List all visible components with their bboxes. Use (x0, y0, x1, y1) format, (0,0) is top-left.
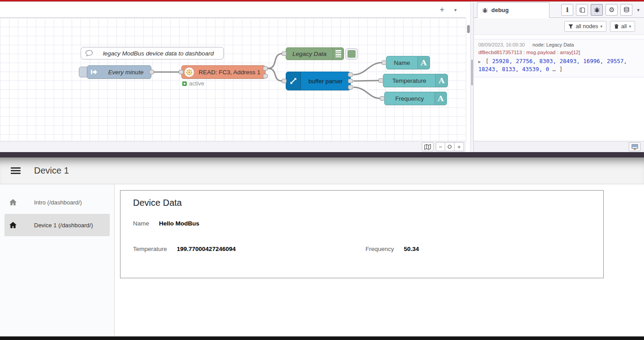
inject-icon (87, 66, 101, 78)
scrollbar-thumb[interactable] (467, 25, 470, 33)
text-node-temperature[interactable]: Temperature A (383, 74, 448, 87)
modbus-input-port[interactable] (179, 70, 184, 74)
text-frequency-input-port[interactable] (380, 96, 385, 101)
bug-icon (594, 7, 600, 13)
parser-output-port-2[interactable] (348, 79, 353, 83)
debug-input-port[interactable] (282, 51, 287, 56)
debug-message-meta: 08/09/2023, 16:09:30 node: Legacy Data (478, 42, 640, 47)
help-tab-button[interactable] (576, 4, 588, 16)
parser-output-port-1[interactable] (348, 72, 353, 77)
bug-icon (482, 7, 488, 13)
text-widget-icon: A (434, 92, 447, 105)
message-source-node[interactable]: node: Legacy Data (532, 42, 574, 47)
text-node-name-label: Name (386, 60, 417, 66)
message-timestamp: 08/09/2023, 16:09:30 (478, 42, 525, 47)
debug-enable-toggle[interactable] (345, 48, 358, 60)
zoom-out-button[interactable]: − (436, 142, 445, 151)
debug-sidebar: debug i ⚙ ▾ a (474, 2, 644, 152)
payload-close-bracket: ] (559, 66, 563, 72)
sidebar-tab-bar: debug i ⚙ ▾ (474, 2, 644, 18)
field-temperature: Temperature 199.77000427246094 (133, 246, 236, 252)
filter-label: all nodes (575, 23, 598, 30)
flow-tab-bar: + ▾ (0, 2, 466, 18)
parser-input-port[interactable] (282, 79, 287, 83)
gear-icon: ⚙ (609, 6, 614, 14)
debug-tab-button[interactable] (591, 4, 603, 16)
text-widget-icon: A (417, 56, 429, 69)
config-nodes-button[interactable]: ⚙ (605, 4, 618, 16)
book-icon (579, 7, 585, 13)
debug-tab[interactable]: debug (477, 2, 550, 18)
zoom-reset-button[interactable] (445, 142, 455, 151)
add-flow-button[interactable]: + (435, 4, 449, 15)
modbus-node-status: active (182, 80, 204, 87)
field-value: Hello ModBus (159, 220, 199, 227)
workspace-scrollbar[interactable] (466, 18, 470, 141)
dashboard-body: Intro (/dashboard/) Device 1 (/dashboard… (0, 184, 644, 336)
context-data-button[interactable] (620, 4, 632, 16)
zoom-in-button[interactable]: + (455, 142, 464, 151)
modbus-node-label: READ: FC3, Address 1 (194, 69, 265, 76)
field-value: 50.34 (404, 246, 419, 252)
zoom-controls: − + (436, 142, 464, 151)
message-payload: ▶ [ 25928, 27756, 8303, 28493, 16996, 29… (478, 57, 640, 73)
text-temperature-input-port[interactable] (378, 78, 383, 83)
sidebar-grip[interactable] (471, 60, 473, 85)
text-node-name[interactable]: Name A (386, 56, 430, 69)
bottom-edge-bar (0, 336, 644, 340)
debug-filter-button[interactable]: all nodes ▾ (564, 21, 606, 32)
buffer-parser-label: buffer parser (301, 78, 350, 85)
open-in-window-button[interactable] (629, 142, 640, 151)
sidebar-item-label: Intro (/dashboard/) (34, 199, 82, 206)
sidebar-resize-handle[interactable] (470, 2, 474, 152)
editor-header-strip (0, 0, 644, 2)
flow-list-chevron-icon[interactable]: ▾ (449, 4, 462, 15)
menu-hamburger-icon[interactable] (11, 167, 21, 174)
modbus-output-port-1[interactable] (263, 66, 268, 71)
buffer-parser-node[interactable]: buffer parser (286, 72, 351, 90)
inject-output-port[interactable] (149, 70, 154, 74)
dashboard-content: Device Data Name Hello ModBus Temperatur… (115, 184, 644, 336)
debug-clear-button[interactable]: all ▾ (610, 21, 635, 32)
debug-message[interactable]: 08/09/2023, 16:09:30 node: Legacy Data d… (474, 39, 644, 77)
sidebar-item-intro[interactable]: Intro (/dashboard/) (4, 191, 110, 213)
field-label: Frequency (365, 246, 394, 252)
inject-node-label: Every minute (101, 69, 151, 76)
inject-node[interactable]: Every minute (87, 65, 151, 79)
text-name-input-port[interactable] (382, 60, 386, 65)
info-tab-button[interactable]: i (561, 4, 573, 16)
debug-message-list[interactable]: 08/09/2023, 16:09:30 node: Legacy Data d… (474, 35, 644, 141)
sidebar-menu-chevron-icon[interactable]: ▾ (635, 7, 641, 13)
comment-node[interactable]: legacy ModBus device data to dashboard (81, 47, 224, 60)
speech-bubble-icon (85, 50, 93, 57)
window-divider (0, 152, 644, 157)
debug-flow-node[interactable]: Legacy Data (286, 47, 344, 60)
modbus-read-node[interactable]: READ: FC3, Address 1 (181, 65, 266, 79)
expand-caret-icon[interactable]: ▶ (478, 60, 481, 64)
parser-output-port-3[interactable] (348, 85, 353, 89)
status-text: active (189, 80, 204, 87)
chevron-down-icon: ▾ (629, 24, 631, 29)
dashboard-window: Device 1 Intro (/dashboard/) Device 1 (/… (0, 157, 644, 340)
debug-list-icon (333, 48, 343, 60)
field-frequency: Frequency 50.34 (365, 246, 419, 252)
clear-label: all (621, 23, 627, 30)
sidebar-item-label: Device 1 (/dashboard/) (34, 222, 93, 229)
database-icon (623, 7, 630, 13)
chevron-down-icon: ▾ (600, 24, 602, 29)
card-title: Device Data (133, 198, 182, 208)
status-dot-icon (182, 81, 187, 86)
trash-icon (614, 24, 619, 29)
sidebar-icon-buttons: i ⚙ ▾ (561, 4, 644, 16)
field-label: Name (133, 220, 149, 227)
payload-ellipsis: … (553, 66, 556, 72)
expand-arrows-icon (286, 72, 301, 90)
flow-canvas[interactable]: legacy ModBus device data to dashboard E… (0, 18, 466, 141)
text-node-frequency[interactable]: Frequency A (384, 92, 447, 105)
sidebar-item-device1[interactable]: Device 1 (/dashboard/) (4, 214, 110, 236)
navigator-button[interactable] (422, 142, 434, 151)
modbus-output-port-2[interactable] (263, 74, 268, 78)
node-red-editor: + ▾ legacy ModBus device data to dashboa… (0, 2, 644, 152)
text-widget-icon: A (435, 74, 447, 87)
debug-tab-label: debug (491, 7, 509, 13)
